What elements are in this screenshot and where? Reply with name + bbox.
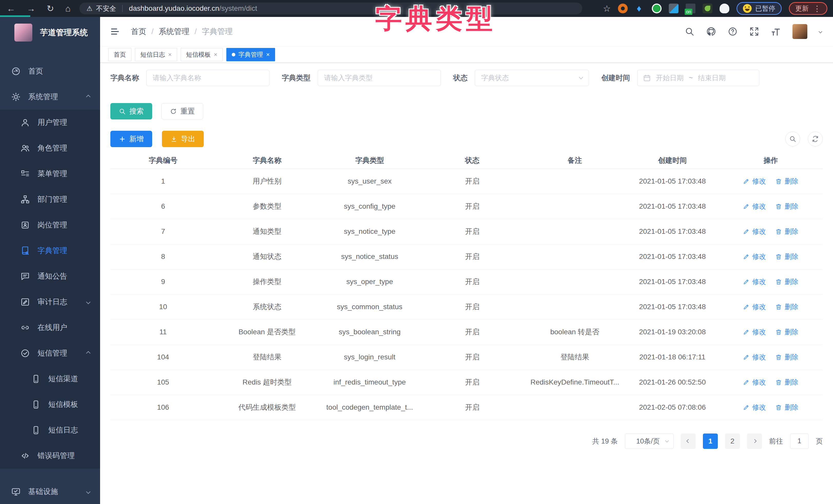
cell-type-link[interactable]: inf_redis_timeout_type <box>318 370 421 395</box>
edit-link[interactable]: 修改 <box>743 177 766 186</box>
prev-page-button[interactable] <box>681 433 696 449</box>
help-icon[interactable] <box>728 27 738 36</box>
font-size-icon[interactable] <box>771 27 781 36</box>
fullscreen-icon[interactable] <box>749 27 759 36</box>
github-icon[interactable] <box>706 27 716 36</box>
tab-home[interactable]: 首页 <box>108 48 132 61</box>
sidebar-item-sms-template[interactable]: 短信模板 <box>0 392 100 417</box>
page-size-select[interactable]: 10条/页 <box>625 433 674 449</box>
close-icon[interactable] <box>168 51 172 58</box>
sidebar-item-error-codes[interactable]: 错误码管理 <box>0 443 100 469</box>
bookmark-star-icon[interactable] <box>603 3 611 14</box>
sidebar-item-system[interactable]: 系统管理 <box>0 84 100 110</box>
extension-switch-icon[interactable]: on <box>686 4 695 13</box>
tab-sms-log[interactable]: 短信日志 <box>135 48 177 61</box>
cell-type-link[interactable]: sys_notice_status <box>318 244 421 269</box>
app-logo-row[interactable]: 芋道管理系统 <box>0 17 100 42</box>
sidebar-item-sms-channel[interactable]: 短信渠道 <box>0 366 100 392</box>
search-icon[interactable] <box>685 27 694 36</box>
sidebar-item-online-users[interactable]: 在线用户 <box>0 315 100 341</box>
sidebar-item-roles[interactable]: 角色管理 <box>0 135 100 161</box>
cell-type-link[interactable]: tool_codegen_template_t... <box>318 395 421 420</box>
cell-type-link[interactable]: sys_notice_type <box>318 219 421 244</box>
edit-link[interactable]: 修改 <box>743 202 766 211</box>
delete-link[interactable]: 删除 <box>775 378 799 387</box>
delete-link[interactable]: 删除 <box>775 277 799 286</box>
export-button[interactable]: 导出 <box>162 131 204 147</box>
delete-link[interactable]: 删除 <box>775 403 799 412</box>
dict-name-input[interactable] <box>146 70 269 86</box>
browser-menu-icon[interactable] <box>813 4 821 13</box>
delete-link[interactable]: 删除 <box>775 327 799 336</box>
cell-type-link[interactable]: sys_config_type <box>318 194 421 219</box>
search-button[interactable]: 搜索 <box>110 103 152 120</box>
browser-forward-icon[interactable] <box>27 4 35 14</box>
edit-link[interactable]: 修改 <box>743 352 766 362</box>
user-avatar[interactable] <box>792 24 807 39</box>
address-bar[interactable]: 不安全 dashboard.yudao.iocoder.cn /system/d… <box>79 3 582 14</box>
cell-type-link[interactable]: sys_common_status <box>318 294 421 320</box>
tab-dictionary[interactable]: 字典管理 <box>227 48 275 61</box>
sidebar-item-audit-log[interactable]: 审计日志 <box>0 289 100 315</box>
close-icon[interactable] <box>266 51 270 58</box>
table-search-toggle-button[interactable] <box>785 131 800 146</box>
sidebar-item-departments[interactable]: 部门管理 <box>0 186 100 212</box>
table-row: 10系统状态sys_common_status开启2021-01-05 17:0… <box>110 294 823 320</box>
sidebar-item-posts[interactable]: 岗位管理 <box>0 212 100 238</box>
extension-orange-icon[interactable] <box>618 4 628 13</box>
browser-back-icon[interactable] <box>7 4 16 14</box>
edit-link[interactable]: 修改 <box>743 252 766 261</box>
browser-update-button[interactable]: 更新 <box>789 2 827 15</box>
extension-blue-gem-icon[interactable] <box>635 4 645 13</box>
edit-link[interactable]: 修改 <box>743 227 766 236</box>
delete-link[interactable]: 删除 <box>775 352 799 362</box>
sidebar-item-menus[interactable]: 菜单管理 <box>0 161 100 186</box>
table-refresh-button[interactable] <box>808 131 823 146</box>
breadcrumb-home[interactable]: 首页 <box>131 26 146 37</box>
sidebar-item-sms-log[interactable]: 短信日志 <box>0 417 100 443</box>
edit-link[interactable]: 修改 <box>743 302 766 311</box>
page-button-2[interactable]: 2 <box>725 433 740 449</box>
cell-type-link[interactable]: sys_user_sex <box>318 169 421 194</box>
extension-leaf-icon[interactable] <box>703 4 712 13</box>
close-icon[interactable] <box>214 51 217 58</box>
delete-link[interactable]: 删除 <box>775 202 799 211</box>
delete-link[interactable]: 删除 <box>775 177 799 186</box>
sidebar-item-notices[interactable]: 通知公告 <box>0 263 100 289</box>
extension-green-circle-icon[interactable] <box>652 4 662 13</box>
collapse-sidebar-icon[interactable] <box>110 26 120 37</box>
edit-link[interactable]: 修改 <box>743 327 766 336</box>
sidebar-item-dictionary[interactable]: 字典管理 <box>0 238 100 263</box>
cell-type-link[interactable]: sys_oper_type <box>318 269 421 294</box>
delete-link[interactable]: 删除 <box>775 302 799 311</box>
page-button-1[interactable]: 1 <box>703 433 718 449</box>
cell-remark <box>524 219 626 244</box>
browser-home-icon[interactable] <box>66 4 71 14</box>
next-page-button[interactable] <box>747 433 762 449</box>
avatar-dropdown-caret-icon[interactable] <box>818 30 822 33</box>
sidebar-item-users[interactable]: 用户管理 <box>0 110 100 135</box>
browser-reload-icon[interactable] <box>47 3 54 14</box>
add-button[interactable]: 新增 <box>110 131 152 147</box>
cell-type-link[interactable]: sys_boolean_string <box>318 320 421 345</box>
edit-link[interactable]: 修改 <box>743 378 766 387</box>
edit-link[interactable]: 修改 <box>743 277 766 286</box>
extension-ghost-icon[interactable] <box>719 4 729 13</box>
extension-paused-pill[interactable]: 已暂停 <box>737 2 782 15</box>
sidebar-item-home[interactable]: 首页 <box>0 58 100 84</box>
sidebar-item-sms[interactable]: 短信管理 <box>0 341 100 366</box>
delete-link[interactable]: 删除 <box>775 252 799 261</box>
goto-page-input[interactable] <box>790 433 809 449</box>
tab-sms-template[interactable]: 短信模板 <box>181 48 223 61</box>
date-range-picker[interactable]: 开始日期 ~ 结束日期 <box>637 70 759 86</box>
reset-button[interactable]: 重置 <box>161 103 203 120</box>
edit-link[interactable]: 修改 <box>743 403 766 412</box>
delete-link[interactable]: 删除 <box>775 227 799 236</box>
breadcrumb-system[interactable]: 系统管理 <box>159 26 189 37</box>
cell-type-link[interactable]: sys_login_result <box>318 345 421 370</box>
status-select[interactable]: 字典状态 <box>475 70 589 86</box>
cell-create-time: 2021-02-05 07:08:06 <box>626 395 719 420</box>
dict-type-input[interactable] <box>318 70 441 86</box>
extension-grid-icon[interactable] <box>669 4 679 13</box>
sidebar-item-infrastructure[interactable]: 基础设施 <box>0 479 100 504</box>
